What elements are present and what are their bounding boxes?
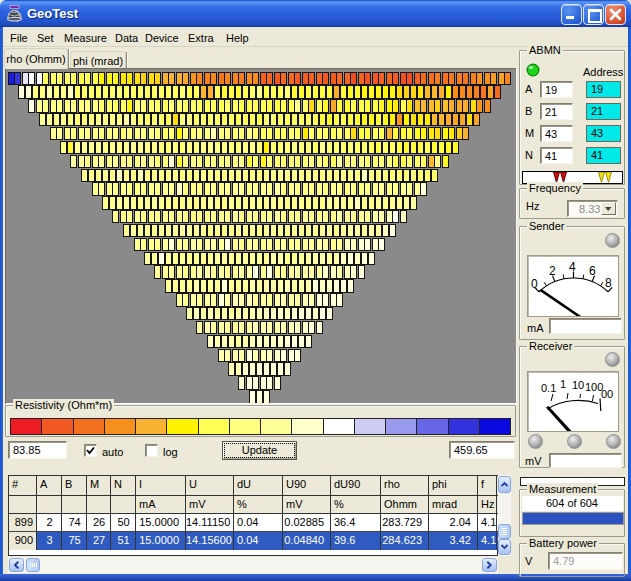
svg-text:6: 6: [589, 264, 596, 278]
svg-text:2: 2: [549, 264, 556, 278]
svg-text:00: 00: [601, 388, 613, 400]
svg-text:1: 1: [560, 378, 566, 390]
svg-text:0: 0: [531, 277, 538, 291]
svg-text:0.1: 0.1: [541, 382, 556, 394]
svg-text:10: 10: [572, 379, 584, 391]
svg-text:8: 8: [605, 276, 612, 290]
svg-text:4: 4: [569, 260, 576, 274]
